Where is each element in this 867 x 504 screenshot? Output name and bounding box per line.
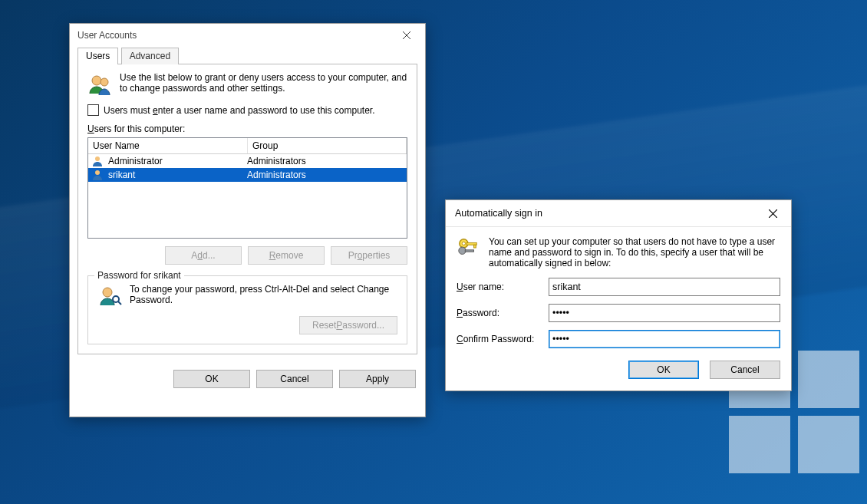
svg-line-8 [118, 301, 121, 305]
user-key-icon [97, 284, 122, 308]
add-button[interactable]: Add... [165, 246, 242, 265]
close-icon [769, 209, 777, 218]
apply-button[interactable]: Apply [339, 370, 416, 388]
intro-text: Use the list below to grant or deny user… [120, 72, 407, 94]
ok-button[interactable]: OK [628, 361, 699, 379]
ok-button[interactable]: OK [173, 370, 250, 388]
close-icon [403, 31, 410, 39]
remove-button[interactable]: Remove [248, 246, 325, 265]
properties-button[interactable]: Properties [331, 246, 407, 265]
tab-strip: Users Advanced [77, 47, 417, 64]
list-item-group: Administrators [242, 170, 407, 180]
password-group-legend: Password for srikant [94, 270, 184, 281]
keys-icon [457, 236, 480, 259]
list-item[interactable]: srikant Administrators [88, 168, 407, 182]
confirm-password-input[interactable] [549, 330, 780, 348]
svg-point-3 [101, 78, 108, 86]
cancel-button[interactable]: Cancel [256, 370, 333, 388]
password-input[interactable] [549, 304, 780, 322]
svg-point-5 [95, 170, 100, 175]
svg-point-2 [92, 76, 101, 85]
tab-advanced[interactable]: Advanced [121, 48, 179, 64]
list-item-group: Administrators [242, 156, 407, 166]
auto-sign-in-dialog: Automatically sign in You can set [445, 199, 792, 391]
window-title: User Accounts [77, 30, 393, 41]
dialog-intro-text: You can set up your computer so that use… [489, 236, 780, 268]
list-item-username: srikant [107, 170, 242, 180]
svg-rect-14 [474, 245, 476, 248]
dialog-button-row: OK Cancel Apply [70, 362, 425, 396]
require-login-checkbox-row[interactable]: Users must enter a user name and passwor… [87, 104, 407, 116]
svg-point-6 [103, 288, 112, 297]
tab-panel-users: Use the list below to grant or deny user… [77, 64, 417, 354]
username-row: User name: [457, 278, 780, 296]
user-list-label: Users for this computer: [87, 124, 407, 134]
require-login-label: Users must enter a user name and passwor… [104, 105, 375, 116]
titlebar[interactable]: User Accounts [70, 24, 425, 47]
users-icon [87, 72, 112, 97]
confirm-password-row: Confirm Password: [457, 330, 780, 348]
intro-row: Use the list below to grant or deny user… [87, 72, 407, 97]
password-row: Password: [457, 304, 780, 322]
checkbox-icon[interactable] [87, 104, 99, 116]
user-icon [91, 169, 104, 181]
column-group[interactable]: Group [248, 138, 407, 153]
user-list-header: User Name Group [88, 138, 407, 154]
dialog-intro-row: You can set up your computer so that use… [457, 236, 780, 268]
cancel-button[interactable]: Cancel [710, 361, 780, 379]
username-label: User name: [457, 282, 549, 292]
svg-point-7 [113, 296, 119, 302]
user-accounts-window: User Accounts Users Advanced Use the [69, 23, 426, 417]
desktop: User Accounts Users Advanced Use the [0, 0, 867, 504]
dialog-title: Automatically sign in [455, 208, 759, 219]
user-list[interactable]: User Name Group Administrator Administra… [87, 137, 407, 239]
confirm-password-label: Confirm Password: [457, 334, 549, 344]
reset-password-button[interactable]: Reset Password... [299, 316, 397, 334]
list-item-username: Administrator [107, 156, 242, 166]
svg-point-4 [95, 156, 100, 161]
password-label: Password: [457, 308, 549, 318]
close-button[interactable] [759, 205, 786, 222]
password-group: Password for srikant To change your pass… [87, 275, 407, 344]
column-username[interactable]: User Name [88, 138, 248, 153]
svg-rect-16 [465, 250, 473, 252]
dialog-button-row: OK Cancel [446, 356, 791, 388]
user-list-button-row: Add... Remove Properties [87, 246, 407, 265]
list-item[interactable]: Administrator Administrators [88, 154, 407, 168]
user-icon [91, 155, 104, 167]
titlebar[interactable]: Automatically sign in [446, 200, 791, 227]
username-input[interactable] [549, 278, 780, 296]
svg-point-12 [462, 242, 465, 245]
dialog-body: You can set up your computer so that use… [446, 227, 791, 348]
close-button[interactable] [393, 27, 420, 44]
tab-users[interactable]: Users [77, 48, 118, 64]
password-group-text: To change your password, press Ctrl-Alt-… [130, 284, 397, 305]
